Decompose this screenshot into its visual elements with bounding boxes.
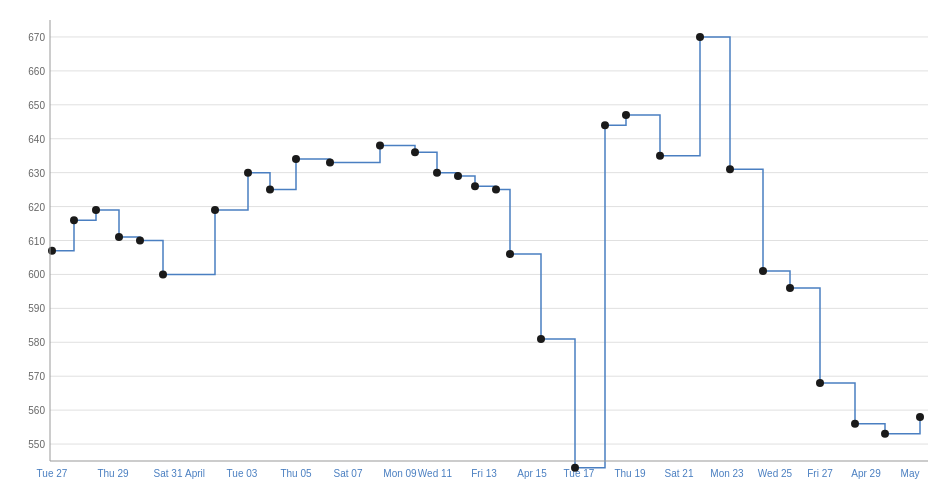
svg-text:Thu 29: Thu 29 (97, 468, 129, 479)
svg-text:Wed 11: Wed 11 (418, 468, 453, 479)
svg-point-45 (48, 247, 56, 255)
svg-point-53 (266, 186, 274, 194)
svg-point-58 (433, 169, 441, 177)
svg-point-69 (726, 165, 734, 173)
svg-text:590: 590 (28, 303, 45, 314)
svg-point-74 (881, 430, 889, 438)
svg-text:630: 630 (28, 168, 45, 179)
svg-point-73 (851, 420, 859, 428)
svg-point-52 (244, 169, 252, 177)
svg-text:550: 550 (28, 439, 45, 450)
svg-text:640: 640 (28, 134, 45, 145)
svg-point-67 (656, 152, 664, 160)
svg-point-59 (454, 172, 462, 180)
svg-text:Thu 05: Thu 05 (280, 468, 312, 479)
svg-text:Sat 31: Sat 31 (154, 468, 183, 479)
svg-point-46 (70, 216, 78, 224)
svg-text:570: 570 (28, 371, 45, 382)
svg-point-49 (136, 237, 144, 245)
svg-text:560: 560 (28, 405, 45, 416)
svg-point-50 (159, 270, 167, 278)
svg-text:Apr 29: Apr 29 (851, 468, 881, 479)
svg-text:Thu 19: Thu 19 (614, 468, 646, 479)
svg-text:610: 610 (28, 236, 45, 247)
svg-point-71 (786, 284, 794, 292)
svg-point-72 (816, 379, 824, 387)
svg-text:Wed 25: Wed 25 (758, 468, 793, 479)
svg-point-48 (115, 233, 123, 241)
svg-text:Apr 15: Apr 15 (517, 468, 547, 479)
svg-point-70 (759, 267, 767, 275)
svg-point-75 (916, 413, 924, 421)
svg-point-57 (411, 148, 419, 156)
svg-point-68 (696, 33, 704, 41)
chart-svg: 550560570580590600610620630640650660670T… (0, 0, 948, 501)
svg-text:Tue 27: Tue 27 (37, 468, 68, 479)
svg-point-55 (326, 158, 334, 166)
chart-container: 550560570580590600610620630640650660670T… (0, 0, 948, 501)
svg-point-61 (492, 186, 500, 194)
svg-point-65 (601, 121, 609, 129)
svg-text:Sat 07: Sat 07 (334, 468, 363, 479)
svg-point-62 (506, 250, 514, 258)
svg-text:Tue 17: Tue 17 (564, 468, 595, 479)
svg-point-64 (571, 464, 579, 472)
svg-text:580: 580 (28, 337, 45, 348)
svg-point-66 (622, 111, 630, 119)
svg-text:620: 620 (28, 202, 45, 213)
svg-text:Sat 21: Sat 21 (665, 468, 694, 479)
svg-text:Tue 03: Tue 03 (227, 468, 258, 479)
svg-point-60 (471, 182, 479, 190)
svg-point-63 (537, 335, 545, 343)
svg-text:April: April (185, 468, 205, 479)
svg-point-54 (292, 155, 300, 163)
svg-text:650: 650 (28, 100, 45, 111)
svg-text:Fri 27: Fri 27 (807, 468, 833, 479)
svg-point-56 (376, 142, 384, 150)
svg-text:Mon 23: Mon 23 (710, 468, 744, 479)
svg-text:May: May (901, 468, 920, 479)
svg-text:Mon 09: Mon 09 (383, 468, 417, 479)
svg-text:660: 660 (28, 66, 45, 77)
svg-text:Fri 13: Fri 13 (471, 468, 497, 479)
svg-text:600: 600 (28, 269, 45, 280)
svg-text:670: 670 (28, 32, 45, 43)
svg-point-51 (211, 206, 219, 214)
svg-point-47 (92, 206, 100, 214)
